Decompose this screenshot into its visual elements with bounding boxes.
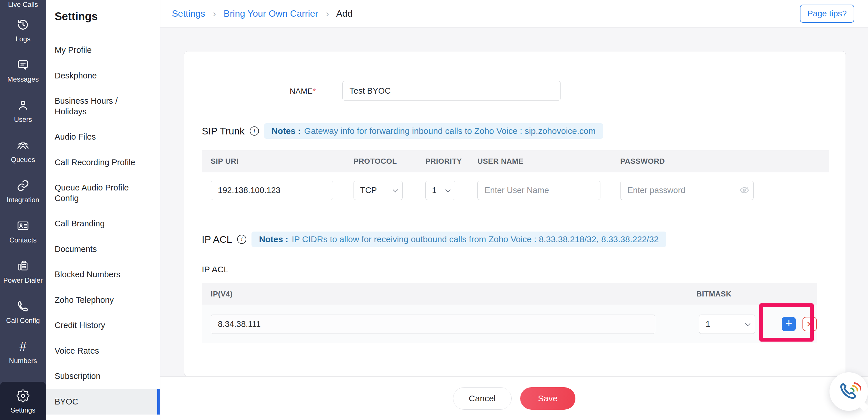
primary-nav-item[interactable]: Settings (0, 382, 46, 420)
breadcrumb-byoc-link[interactable]: Bring Your Own Carrier (224, 8, 318, 19)
breadcrumb-current: Add (336, 8, 353, 19)
add-ip-row-button[interactable]: + (782, 317, 796, 331)
note-prefix: Notes : (272, 126, 301, 136)
chevron-down-icon (745, 321, 750, 326)
eye-off-icon[interactable] (739, 185, 750, 195)
voice-phone-logo-icon (837, 380, 861, 403)
primary-nav-label: Queues (11, 156, 35, 164)
settings-menu-item[interactable]: Deskphone (46, 63, 160, 89)
primary-nav-label: Call Config (6, 317, 40, 325)
col-bitmask: BITMASK (696, 290, 732, 298)
breadcrumb-settings-link[interactable]: Settings (172, 8, 205, 19)
call-config-phone-icon (17, 300, 30, 313)
primary-nav-item[interactable]: Integration (0, 171, 46, 212)
primary-sidebar: Live Calls Logs Messages Users Queues In… (0, 0, 46, 420)
settings-menu-item[interactable]: BYOC (46, 389, 160, 415)
sip-table-header: SIP URI PROTOCOL PRIORITY USER NAME PASS… (202, 150, 829, 172)
breadcrumb: Settings › Bring Your Own Carrier › Add (172, 8, 353, 19)
primary-nav-item[interactable]: Messages (0, 51, 46, 91)
settings-menu-item[interactable]: Documents (46, 236, 160, 262)
settings-gear-icon (17, 389, 30, 402)
required-asterisk: * (313, 87, 316, 96)
primary-nav-label: Users (14, 116, 32, 124)
primary-nav-item[interactable]: Queues (0, 131, 46, 171)
primary-nav-item[interactable]: Power Dialer (0, 252, 46, 292)
name-label: NAME* (184, 87, 316, 96)
sip-trunk-note: Notes : Gateway info for forwarding inbo… (264, 123, 603, 139)
sip-uri-input[interactable] (211, 181, 333, 200)
numbers-hash-icon: # (17, 340, 30, 353)
settings-menu-item[interactable]: Voice Rates (46, 338, 160, 364)
user-name-input[interactable] (477, 181, 600, 200)
col-priority: PRIORITY (425, 157, 455, 166)
settings-menu-item[interactable]: Call Recording Profile (46, 150, 160, 175)
byoc-form-card: NAME* SIP Trunk i Notes : Gateway info f… (184, 51, 846, 376)
col-ipv4: IP(V4) (211, 290, 696, 298)
settings-menu-item[interactable]: Instant Messaging (46, 415, 160, 420)
byoc-add-page: Live Calls Logs Messages Users Queues In… (0, 0, 868, 420)
primary-nav-item[interactable]: Live Calls (0, 0, 46, 10)
bitmask-select[interactable]: 1 (699, 315, 755, 334)
zoho-voice-widget-button[interactable] (830, 372, 868, 411)
users-icon (17, 99, 30, 112)
ip-acl-table-header: IP(V4) BITMASK (202, 283, 817, 305)
page-tips-button[interactable]: Page tips? (800, 5, 854, 23)
priority-select[interactable]: 1 (425, 181, 455, 200)
plus-icon: + (785, 317, 792, 329)
messages-icon (17, 58, 30, 71)
primary-nav-label: Messages (7, 75, 38, 83)
primary-nav-label: Settings (11, 406, 36, 414)
primary-nav-label: Logs (16, 35, 30, 43)
cancel-button[interactable]: Cancel (453, 387, 511, 410)
settings-menu-item[interactable]: Business Hours / Holidays (46, 88, 160, 124)
primary-nav-label: Integration (7, 196, 39, 204)
contacts-card-icon (17, 219, 30, 232)
settings-menu-item[interactable]: Audio Files (46, 124, 160, 150)
save-button[interactable]: Save (520, 387, 576, 410)
logs-history-icon (17, 18, 30, 31)
ip-acl-section-header: IP ACL i Notes : IP CIDRs to allow for r… (202, 231, 666, 247)
settings-menu-item[interactable]: Queue Audio Profile Config (46, 175, 160, 211)
settings-menu-item[interactable]: Zoho Telephony (46, 287, 160, 313)
primary-nav-item[interactable]: Users (0, 91, 46, 131)
queues-icon (17, 139, 30, 152)
primary-nav-item[interactable]: # Numbers (0, 332, 46, 372)
settings-menu-item[interactable]: Blocked Numbers (46, 262, 160, 287)
remove-ip-row-button[interactable]: ✕ (803, 317, 817, 331)
ip-address-input[interactable] (211, 315, 655, 334)
col-user-name: USER NAME (477, 157, 600, 166)
name-input[interactable] (342, 81, 561, 101)
primary-nav-item[interactable]: Logs (0, 10, 46, 51)
settings-menu-item[interactable]: Subscription (46, 363, 160, 389)
settings-menu-item[interactable]: My Profile (46, 37, 160, 63)
settings-menu: My Profile Deskphone Business Hours / Ho… (46, 37, 160, 420)
primary-nav-label: Contacts (9, 236, 37, 244)
breadcrumb-separator-icon: › (326, 8, 329, 19)
info-icon[interactable]: i (237, 235, 246, 244)
chevron-down-icon (445, 187, 451, 192)
ip-acl-subtitle: IP ACL (202, 265, 228, 274)
primary-nav-label: Power Dialer (3, 277, 42, 284)
form-footer: Cancel Save (160, 376, 868, 420)
primary-nav-item[interactable]: Contacts (0, 212, 46, 252)
password-input[interactable] (620, 181, 754, 200)
breadcrumb-separator-icon: › (213, 8, 216, 19)
info-icon[interactable]: i (250, 126, 259, 136)
primary-nav-label: Live Calls (8, 1, 38, 9)
protocol-select[interactable]: TCP (353, 181, 403, 200)
col-password: PASSWORD (620, 157, 754, 166)
integration-link-icon (17, 179, 30, 192)
settings-menu-item[interactable]: Call Branding (46, 211, 160, 236)
close-x-icon: ✕ (806, 319, 813, 329)
power-dialer-icon (17, 259, 30, 272)
primary-nav-label: Numbers (9, 357, 37, 365)
settings-menu-item[interactable]: Credit History (46, 313, 160, 338)
settings-sidebar: Settings My Profile Deskphone Business H… (46, 0, 160, 420)
col-protocol: PROTOCOL (353, 157, 403, 166)
sip-trunk-title: SIP Trunk (202, 126, 245, 137)
ip-acl-table-row: 1 + ✕ (202, 305, 817, 343)
primary-nav-item[interactable]: Call Config (0, 292, 46, 332)
ip-acl-note: Notes : IP CIDRs to allow for receiving … (251, 231, 666, 247)
settings-sidebar-title: Settings (55, 10, 98, 23)
ip-acl-title: IP ACL (202, 234, 232, 245)
